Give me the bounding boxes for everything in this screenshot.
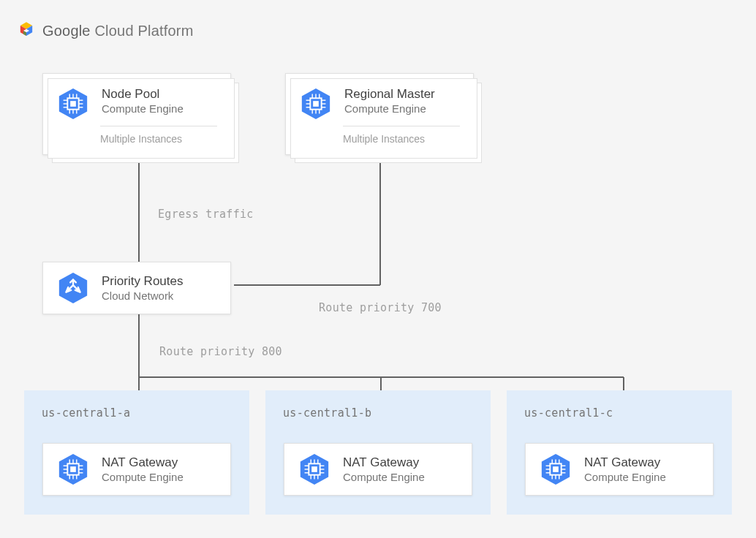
cloud-network-icon bbox=[56, 271, 90, 305]
card-node-pool: Node Pool Compute Engine Multiple Instan… bbox=[42, 73, 231, 155]
compute-engine-icon bbox=[56, 87, 90, 121]
card-priority-routes: Priority Routes Cloud Network bbox=[42, 262, 231, 314]
nat-a-title: NAT Gateway bbox=[102, 455, 184, 470]
zone-b-label: us-central1-b bbox=[283, 406, 371, 420]
priority-routes-title: Priority Routes bbox=[102, 274, 183, 289]
svg-rect-10 bbox=[70, 101, 76, 107]
card-nat-b: NAT Gateway Compute Engine bbox=[284, 443, 472, 496]
card-nat-c: NAT Gateway Compute Engine bbox=[525, 443, 714, 496]
compute-engine-icon bbox=[56, 452, 90, 486]
compute-engine-icon bbox=[298, 452, 331, 486]
gcp-header: Google Cloud Platform bbox=[16, 20, 194, 41]
svg-rect-56 bbox=[311, 466, 317, 472]
gcp-header-text: Google Cloud Platform bbox=[42, 23, 194, 39]
nat-c-subtitle: Compute Engine bbox=[584, 471, 666, 483]
node-pool-subtitle: Compute Engine bbox=[102, 102, 184, 115]
node-pool-title: Node Pool bbox=[102, 87, 184, 102]
priority-routes-subtitle: Cloud Network bbox=[102, 289, 183, 302]
card-nat-a: NAT Gateway Compute Engine bbox=[42, 443, 231, 496]
nat-a-subtitle: Compute Engine bbox=[102, 471, 184, 483]
nat-b-title: NAT Gateway bbox=[343, 455, 425, 470]
zone-c-label: us-central1-c bbox=[524, 406, 613, 420]
regional-master-footer: Multiple Instances bbox=[343, 133, 425, 145]
nat-b-subtitle: Compute Engine bbox=[343, 471, 425, 483]
regional-master-subtitle: Compute Engine bbox=[344, 102, 435, 115]
gcp-logo-icon bbox=[16, 20, 37, 41]
svg-marker-38 bbox=[59, 273, 87, 303]
svg-rect-71 bbox=[553, 466, 559, 472]
label-rp700: Route priority 700 bbox=[319, 301, 442, 314]
regional-master-title: Regional Master bbox=[344, 87, 435, 102]
label-rp800: Route priority 800 bbox=[159, 345, 282, 358]
card-regional-master: Regional Master Compute Engine Multiple … bbox=[285, 73, 474, 155]
compute-engine-icon bbox=[299, 87, 333, 121]
svg-rect-41 bbox=[70, 466, 76, 472]
node-pool-footer: Multiple Instances bbox=[100, 133, 182, 145]
header-rest: Cloud Platform bbox=[91, 23, 194, 39]
svg-rect-25 bbox=[313, 101, 319, 107]
nat-c-title: NAT Gateway bbox=[584, 455, 666, 470]
label-egress: Egress traffic bbox=[158, 208, 254, 221]
zone-a-label: us-central1-a bbox=[42, 406, 130, 420]
compute-engine-icon bbox=[539, 452, 572, 486]
header-bold: Google bbox=[42, 23, 91, 39]
